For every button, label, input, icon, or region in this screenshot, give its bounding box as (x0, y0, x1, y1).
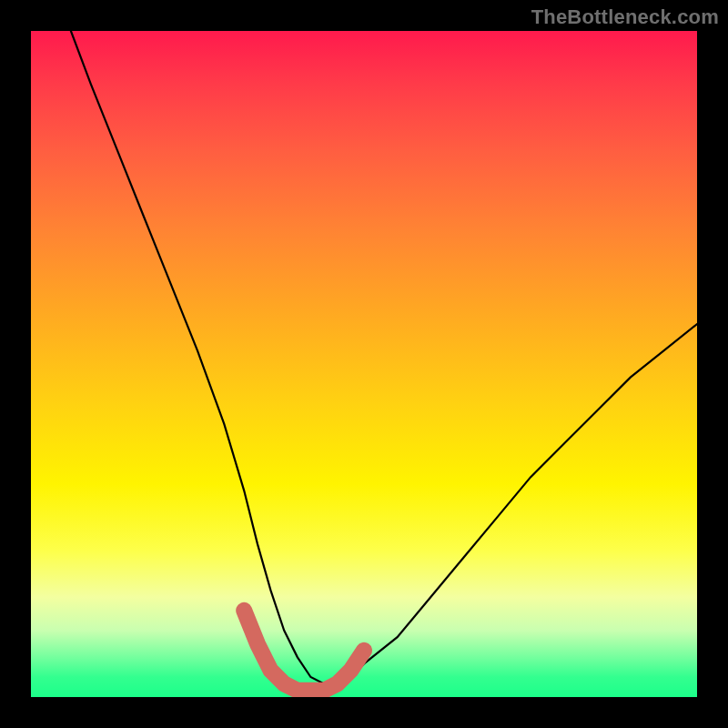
plot-area (31, 31, 697, 697)
highlight-segment-path (244, 611, 364, 691)
bottleneck-curve-path (71, 31, 697, 683)
chart-svg (31, 31, 697, 697)
outer-frame: TheBottleneck.com (0, 0, 728, 728)
watermark-text: TheBottleneck.com (531, 5, 719, 29)
